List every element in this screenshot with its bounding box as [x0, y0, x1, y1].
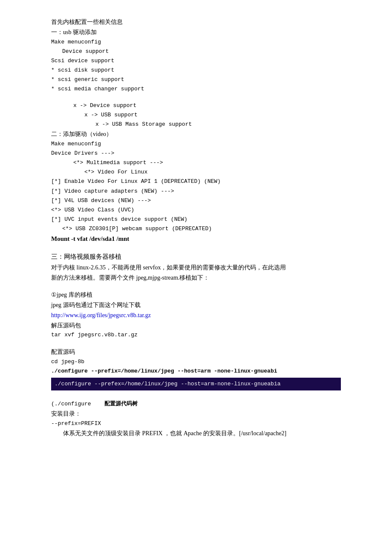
section-video-title: 二：添加驱动（video）: [51, 129, 341, 139]
line-intro-5: Scsi device support: [51, 56, 341, 66]
jpeg-tar-cmd: tar xvf jpegsrc.v8b.tar.gz: [51, 330, 341, 340]
line-intro-4: Device support: [51, 47, 341, 56]
line-video-6: [*] Video capture adapters (NEW) --->: [51, 187, 341, 196]
network-desc2: 新的方法来移植。需要两个文件 jpeg,mjpg-stream.移植如下：: [51, 273, 341, 283]
mount-cmd: Mount -t vfat /dev/sda1 /mnt: [51, 234, 341, 245]
jpeg-url: http://www.ijg.org/files/jpegsrc.v8b.tar…: [51, 310, 341, 321]
line-video-3: <*> Multimedia support --->: [51, 158, 341, 168]
line-video-10: <*> USB ZC0301[P] webcam support (DEPREC…: [51, 224, 341, 234]
line-video-1: Make menuconfig: [51, 139, 341, 149]
explain-line-1: (./configure 配置源代码树: [51, 399, 341, 409]
jpeg-title: ①jpeg 库的移植: [51, 290, 341, 300]
main-content: 首先内核配置一些相关信息 一：usb 驱动添加 Make menuconfig …: [51, 17, 341, 439]
network-title: 三：网络视频服务器移植: [51, 251, 341, 263]
spacer-2: [51, 244, 341, 251]
explain-line-4: 体系无关文件的顶级安装目录 PREFIX ，也就 Apache 的安装目录。[/…: [51, 428, 341, 439]
spacer-5: [51, 392, 341, 399]
configure-cmd-highlighted: ./configure --prefex=/home/linux/jpeg --…: [51, 378, 341, 390]
line-video-7: [*] V4L USB devices (NEW) --->: [51, 196, 341, 205]
line-intro-8: * scsi media changer support: [51, 84, 341, 94]
line-intro-7: * scsi generic support: [51, 75, 341, 84]
explain-line-2: 安装目录：: [51, 409, 341, 419]
line-usb-2: x -> USB support: [51, 110, 341, 120]
explain-line-3: --prefix=PREFIX: [51, 419, 341, 428]
line-intro-2: 一：usb 驱动添加: [51, 27, 341, 38]
jpeg-line-1: jpeg 源码包通过下面这个网址下载: [51, 300, 341, 310]
line-intro-3: Make menuconfig: [51, 38, 341, 47]
line-intro-1: 首先内核配置一些相关信息: [51, 17, 341, 27]
line-video-9: [*] UVC input events device support (NEW…: [51, 215, 341, 224]
jpeg-line-3: 解压源码包: [51, 321, 341, 331]
config-cd: cd jpeg-8b: [51, 357, 341, 367]
explain-bold-text: 配置源代码树: [104, 401, 138, 407]
spacer-4: [51, 340, 341, 347]
line-video-2: Device Drivers --->: [51, 149, 341, 158]
line-usb-3: x -> USB Mass Storage support: [51, 120, 341, 129]
network-desc1: 对于内核 linux-2.6.35，不能再使用 servfox，如果要使用的需要…: [51, 263, 341, 273]
config-title: 配置源码: [51, 347, 341, 357]
line-video-4: <*> Video For Linux: [51, 168, 341, 177]
line-intro-6: * scsi disk support: [51, 66, 341, 75]
configure-cmd-bold: ./configure --prefix=/home/linux/jpeg --…: [51, 367, 341, 376]
line-usb-1: x -> Device support: [51, 101, 341, 110]
explain-open-paren: (./configure: [51, 401, 91, 407]
line-video-8: <*> USB Video Class (UVC): [51, 205, 341, 215]
spacer-1: [51, 94, 341, 101]
spacer-3: [51, 283, 341, 290]
line-video-5: [*] Enable Video For Linux API 1 (DEPREC…: [51, 177, 341, 186]
